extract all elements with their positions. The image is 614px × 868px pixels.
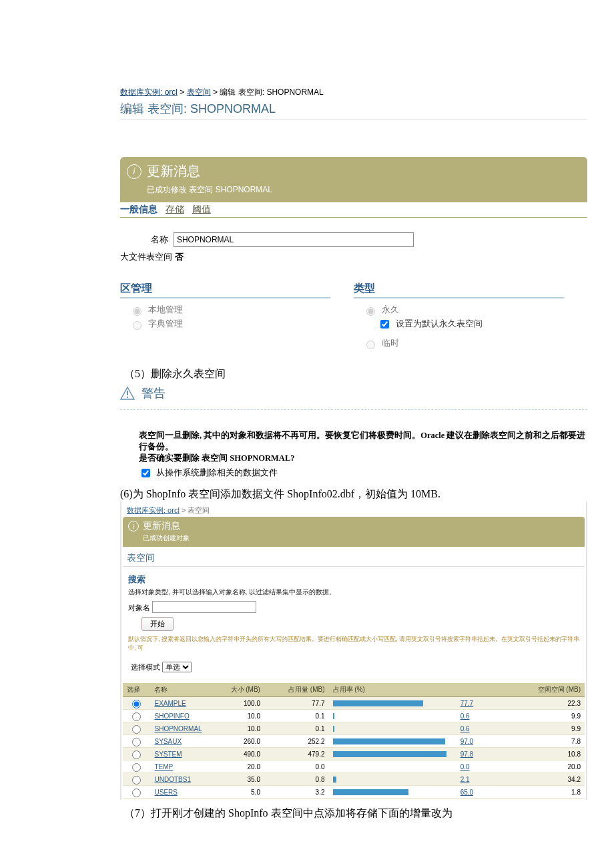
pct-link[interactable]: 0.0 [460,763,470,771]
page-title: 编辑 表空间: SHOPNORMAL [120,101,587,120]
radio-dict [133,321,141,330]
cell-bar [329,773,456,786]
step-5-text: （5）删除永久表空间 [124,367,587,381]
pct-link[interactable]: 0.6 [460,725,470,732]
pct-link[interactable]: 65.0 [460,789,473,796]
tablespace-link[interactable]: SYSTEM [154,750,182,758]
row-radio[interactable] [132,750,141,759]
breadcrumb-ts-link[interactable]: 表空间 [187,87,211,97]
radio-local [133,307,141,316]
search-title: 搜索 [128,574,579,586]
cell-used: 0.1 [264,722,329,735]
cell-used: 479.2 [264,748,329,761]
warning-header: 警告 [120,385,587,410]
cell-bar [329,697,456,710]
row-radio[interactable] [132,712,141,721]
inner-update-msg: 已成功创建对象 [143,533,579,543]
row-radio[interactable] [132,738,141,746]
name-input[interactable] [174,232,414,247]
tablespace-link[interactable]: SHOPINFO [154,712,189,720]
row-radio[interactable] [132,700,141,708]
checkbox-delete-files-label: 从操作系统删除相关的数据文件 [156,468,278,477]
tablespace-link[interactable]: SHOPNORMAL [154,725,202,732]
checkbox-default-ts-label: 设置为默认永久表空间 [396,318,483,329]
pct-link[interactable]: 2.1 [460,776,470,783]
cell-used: 77.7 [264,697,329,710]
row-radio[interactable] [132,725,141,734]
tablespace-link[interactable]: TEMP [154,763,173,771]
th-free: 空闲空间 (MB) [521,683,585,697]
tab-general[interactable]: 一般信息 [120,204,158,214]
row-radio[interactable] [132,776,141,785]
tablespace-panel: 数据库实例: orcl > 表空间 i 更新消息 已成功创建对象 表空间 搜索 … [120,501,587,800]
radio-temp [366,341,375,349]
info-icon: i [127,164,141,179]
warning-icon [120,387,135,400]
object-name-input[interactable] [152,601,256,613]
cell-free: 34.2 [521,773,585,786]
start-button[interactable]: 开始 [141,617,174,631]
tablespace-link[interactable]: UNDOTBS1 [154,776,190,783]
pct-link[interactable]: 97.8 [460,750,473,758]
radio-local-label: 本地管理 [148,304,183,314]
update-message-box: i 更新消息 已成功修改 表空间 SHOPNORMAL [120,157,587,202]
th-size: 大小 (MB) [206,683,264,697]
cell-size: 10.0 [206,722,264,735]
table-row: SHOPINFO10.00.10.69.9 [123,710,585,722]
tablespace-link[interactable]: EXAMPLE [154,700,186,707]
cell-free: 10.8 [521,748,585,761]
table-row: EXAMPLE100.077.777.722.3 [123,697,585,710]
table-row: SYSAUX260.0252.297.07.8 [123,735,585,748]
th-used: 占用量 (MB) [264,683,329,697]
row-radio[interactable] [132,789,141,797]
cell-size: 490.0 [206,748,264,761]
cell-bar [329,761,456,773]
table-row: TEMP20.00.00.020.0 [123,761,585,773]
checkbox-delete-files[interactable] [141,469,150,477]
cell-bar [329,786,456,799]
radio-permanent [366,307,375,316]
pct-link[interactable]: 0.6 [460,712,470,720]
tabs: 一般信息 存储 阈值 [120,204,587,218]
search-desc: 选择对象类型, 并可以选择输入对象名称, 以过滤结果集中显示的数据。 [128,588,579,597]
cell-size: 10.0 [206,710,264,722]
inner-panel-title: 表空间 [123,547,585,567]
bigfile-label: 大文件表空间 [120,252,172,262]
tab-threshold[interactable]: 阈值 [192,204,211,214]
tablespace-link[interactable]: USERS [154,789,177,796]
cell-size: 100.0 [206,697,264,710]
section-type-title: 类型 [354,282,564,298]
breadcrumb: 数据库实例: orcl > 表空间 > 编辑 表空间: SHOPNORMAL [120,87,587,98]
row-radio[interactable] [132,763,141,772]
cell-used: 0.1 [264,710,329,722]
cell-free: 20.0 [521,761,585,773]
section-extent-title: 区管理 [120,282,330,298]
pct-link[interactable]: 97.0 [460,738,473,745]
th-pct: 占用率 (%) [329,683,456,697]
svg-point-2 [127,397,128,398]
tablespace-link[interactable]: SYSAUX [154,738,182,745]
inner-update-box: i 更新消息 已成功创建对象 [123,517,585,547]
inner-breadcrumb-db[interactable]: 数据库实例: orcl [127,506,180,514]
cell-bar [329,748,456,761]
cell-size: 5.0 [206,786,264,799]
warning-title: 警告 [141,385,166,401]
name-label: 名称 [120,234,168,246]
checkbox-default-ts[interactable] [380,320,389,329]
th-name[interactable]: 名称 [150,683,206,697]
tab-storage[interactable]: 存储 [166,204,184,214]
select-mode-label: 选择模式 [131,663,160,671]
cell-used: 0.0 [264,761,329,773]
pct-link[interactable]: 77.7 [460,700,473,707]
cell-free: 9.9 [521,710,585,722]
update-msg: 已成功修改 表空间 SHOPNORMAL [147,184,581,196]
radio-permanent-label: 永久 [382,304,399,314]
step-7-text: （7）打开刚才创建的 ShopInfo 表空间中点添加将存储下面的增量改为 [124,807,587,821]
breadcrumb-current: 编辑 表空间: SHOPNORMAL [220,87,323,97]
cell-used: 252.2 [264,735,329,748]
radio-temp-label: 临时 [382,338,399,348]
select-mode-dropdown[interactable]: 单选 [162,662,192,672]
table-row: UNDOTBS135.00.82.134.2 [123,773,585,786]
cell-used: 3.2 [264,786,329,799]
breadcrumb-db-link[interactable]: 数据库实例: orcl [120,87,178,97]
